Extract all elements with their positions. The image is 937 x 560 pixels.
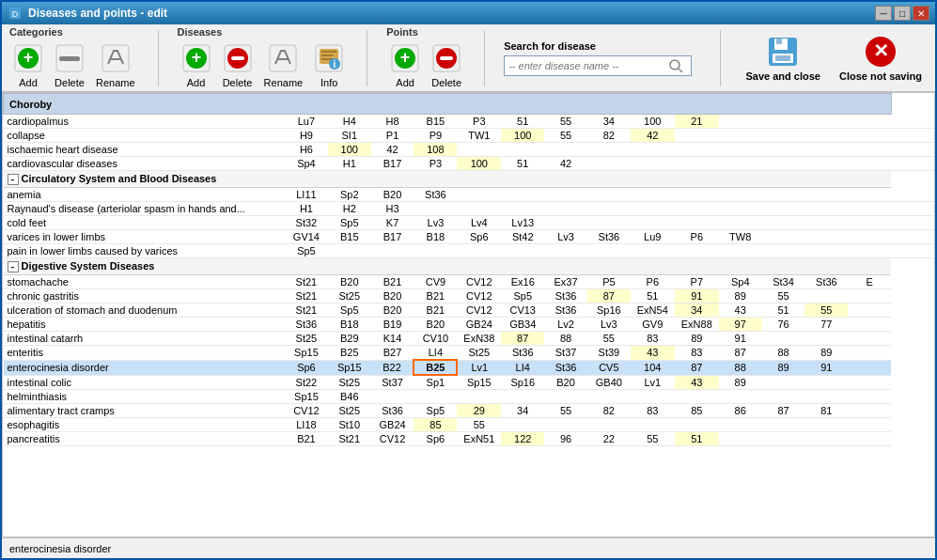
categories-rename-button[interactable]: Rename bbox=[92, 41, 139, 90]
table-container[interactable]: Choroby cardiopalmusLu7H4H8B15P351553410… bbox=[2, 92, 935, 537]
data-cell: B20 bbox=[371, 289, 414, 303]
data-cell bbox=[631, 244, 675, 258]
maximize-button[interactable]: □ bbox=[894, 6, 911, 21]
sep1 bbox=[158, 30, 159, 86]
disease-name-cell: hepatitis bbox=[4, 318, 286, 332]
status-text: enterocinesia disorder bbox=[9, 543, 111, 554]
data-cell: GB24 bbox=[371, 418, 414, 432]
table-row[interactable]: alimentary tract crampsCV12St25St36Sp529… bbox=[4, 404, 935, 418]
data-cell: St36 bbox=[544, 303, 587, 318]
diseases-info-button[interactable]: i Info bbox=[310, 41, 348, 90]
data-cell: Sp4 bbox=[285, 157, 328, 171]
data-cell: 51 bbox=[501, 115, 544, 129]
data-cell: 43 bbox=[675, 375, 719, 390]
expand-icon[interactable]: - bbox=[8, 261, 19, 272]
window-close-button[interactable]: ✕ bbox=[913, 6, 929, 21]
category-row[interactable]: -Digestive System Diseases bbox=[4, 258, 935, 275]
data-cell: 51 bbox=[501, 157, 544, 171]
data-cell bbox=[719, 115, 762, 129]
data-cell: H2 bbox=[328, 202, 371, 216]
table-row[interactable]: chronic gastritisSt21St25B20B21CV12Sp5St… bbox=[4, 289, 935, 303]
table-row[interactable]: hepatitisSt36B18B19B20GB24GB34Lv2Lv3GV9E… bbox=[4, 318, 935, 332]
data-cell: 87 bbox=[762, 404, 805, 418]
data-cell bbox=[719, 390, 762, 404]
data-cell bbox=[457, 188, 501, 202]
data-cell: St36 bbox=[544, 289, 587, 303]
data-cell: Sp5 bbox=[328, 303, 371, 318]
save-and-close-button[interactable]: Save and close bbox=[740, 33, 826, 84]
data-cell bbox=[719, 216, 762, 230]
points-add-button[interactable]: + Add bbox=[386, 41, 424, 90]
data-cell: 82 bbox=[587, 404, 631, 418]
table-row[interactable]: intestinal catarrhSt25B29K14CV10ExN38878… bbox=[4, 332, 935, 346]
diseases-add-button[interactable]: + Add bbox=[178, 41, 215, 90]
table-row[interactable]: stomachacheSt21B20B21CV9CV12Ex16Ex37P5P6… bbox=[4, 275, 935, 289]
data-cell bbox=[675, 390, 719, 404]
disease-name-cell: intestinal catarrh bbox=[4, 332, 286, 346]
data-cell: 42 bbox=[371, 143, 414, 157]
data-cell bbox=[891, 157, 934, 171]
data-cell: St36 bbox=[414, 188, 457, 202]
data-cell bbox=[631, 157, 675, 171]
diseases-add-label: Add bbox=[187, 77, 206, 88]
data-cell bbox=[371, 390, 414, 404]
table-row[interactable]: cardiovascular diseasesSp4H1B17P31005142 bbox=[4, 157, 935, 171]
data-cell: H3 bbox=[371, 202, 414, 216]
data-cell: 83 bbox=[675, 346, 719, 361]
table-row[interactable]: cardiopalmusLu7H4H8B15P351553410021 bbox=[4, 115, 935, 129]
diseases-rename-button[interactable]: Rename bbox=[260, 41, 307, 90]
data-cell bbox=[804, 216, 848, 230]
data-cell bbox=[414, 244, 457, 258]
category-row[interactable]: -Circulatory System and Blood Diseases bbox=[4, 171, 935, 188]
data-cell: 108 bbox=[414, 143, 457, 157]
data-cell bbox=[501, 188, 544, 202]
table-row[interactable]: esophagitisLI18St10GB248555 bbox=[4, 418, 935, 432]
diseases-info-label: Info bbox=[320, 77, 337, 88]
data-cell bbox=[762, 129, 805, 143]
diseases-label: Diseases bbox=[178, 26, 349, 38]
disease-name-cell: cardiopalmus bbox=[4, 115, 286, 129]
diseases-delete-button[interactable]: Delete bbox=[219, 41, 257, 90]
data-cell: H9 bbox=[285, 129, 328, 143]
table-row[interactable]: ischaemic heart diseaseH610042108 bbox=[4, 143, 935, 157]
data-cell: St21 bbox=[285, 275, 328, 289]
table-row[interactable]: ulceration of stomach and duodenumSt21Sp… bbox=[4, 303, 935, 318]
data-cell: St22 bbox=[285, 375, 328, 390]
table-row[interactable]: pancreatitisB21St21CV12Sp6ExN51122962255… bbox=[4, 432, 935, 446]
data-cell bbox=[848, 360, 891, 375]
data-cell bbox=[891, 202, 934, 216]
categories-delete-button[interactable]: Delete bbox=[51, 41, 88, 90]
table-row[interactable]: enterocinesia disorderSp6Sp15B22B25Lv1LI… bbox=[4, 360, 935, 375]
table-row[interactable]: enteritisSp15B25B27LI4St25St36St37St3943… bbox=[4, 346, 935, 361]
points-delete-button[interactable]: Delete bbox=[428, 41, 465, 90]
svg-text:i: i bbox=[334, 59, 336, 70]
categories-add-button[interactable]: + Add bbox=[9, 41, 47, 90]
points-buttons: + Add Delete bbox=[386, 41, 465, 90]
categories-delete-label: Delete bbox=[55, 77, 85, 88]
table-row[interactable]: collapseH9SI1P1P9TW1100558242 bbox=[4, 129, 935, 143]
delete-icon bbox=[55, 43, 85, 75]
table-row[interactable]: anemiaLI11Sp2B20St36 bbox=[4, 188, 935, 202]
table-row[interactable]: intestinal colicSt22St25St37Sp1Sp15Sp16B… bbox=[4, 375, 935, 390]
table-row[interactable]: pain in lower limbs caused by varicesSp5 bbox=[4, 244, 935, 258]
data-cell: H4 bbox=[328, 115, 371, 129]
table-row[interactable]: cold feetSt32Sp5K7Lv3Lv4Lv13 bbox=[4, 216, 935, 230]
search-input[interactable] bbox=[508, 60, 668, 71]
data-cell: Sp6 bbox=[285, 360, 328, 375]
svg-rect-29 bbox=[440, 56, 453, 60]
table-row[interactable]: helminthiasisSp15B46 bbox=[4, 390, 935, 404]
data-cell: P3 bbox=[457, 115, 501, 129]
data-cell: 34 bbox=[501, 404, 544, 418]
data-cell: K7 bbox=[371, 216, 414, 230]
points-label: Points bbox=[386, 26, 465, 38]
table-row[interactable]: Raynaud's disease (arteriolar spasm in h… bbox=[4, 202, 935, 216]
expand-icon[interactable]: - bbox=[8, 174, 19, 185]
close-not-saving-button[interactable]: ✕ Close not saving bbox=[834, 33, 928, 84]
minimize-button[interactable]: ─ bbox=[875, 6, 892, 21]
data-cell: 104 bbox=[631, 360, 675, 375]
table-row[interactable]: varices in lower limbsGV14B15B17B18Sp6St… bbox=[4, 230, 935, 244]
data-cell: CV12 bbox=[457, 275, 501, 289]
data-cell: CV5 bbox=[587, 360, 631, 375]
data-cell: St36 bbox=[544, 360, 587, 375]
data-cell: Sp5 bbox=[328, 216, 371, 230]
